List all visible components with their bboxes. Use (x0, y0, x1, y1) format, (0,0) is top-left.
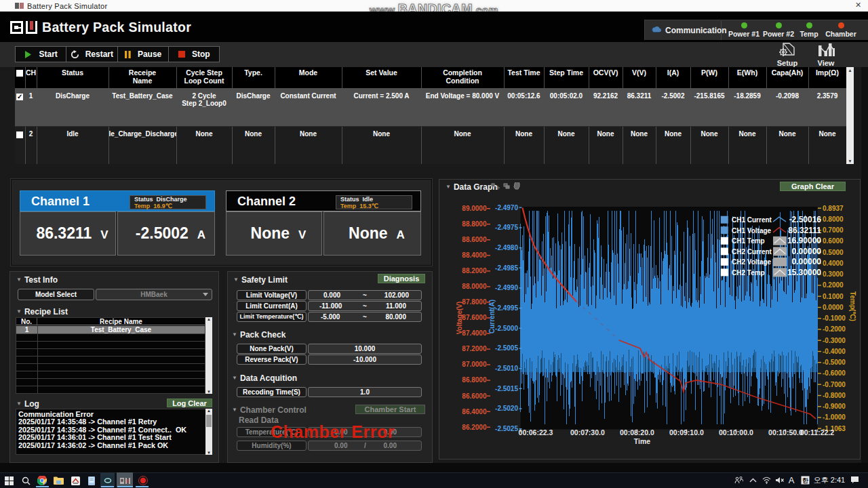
svg-text:-0.4000: -0.4000 (823, 348, 846, 355)
svg-text:00:11:22.2: 00:11:22.2 (800, 428, 834, 436)
svg-text:88.2000: 88.2000 (462, 267, 487, 274)
svg-text:-2.5020: -2.5020 (495, 405, 518, 412)
svg-text:0.4000: 0.4000 (823, 260, 844, 267)
svg-text:-2.4970: -2.4970 (495, 204, 518, 211)
svg-text:86.8000: 86.8000 (462, 376, 487, 384)
svg-text:Current(A): Current(A) (488, 300, 496, 333)
svg-text:0.1000: 0.1000 (823, 293, 844, 300)
svg-text:87.0000: 87.0000 (462, 361, 487, 368)
svg-text:Voltage(V): Voltage(V) (456, 302, 463, 335)
svg-text:-0.3000: -0.3000 (823, 337, 846, 344)
svg-text:0.8937: 0.8937 (823, 205, 844, 212)
svg-text:CH2 Current: CH2 Current (732, 248, 772, 256)
svg-text:한: 한 (802, 477, 808, 484)
svg-text:-2.5025: -2.5025 (495, 425, 518, 432)
svg-text:00:10:50.0: 00:10:50.0 (768, 428, 803, 436)
svg-text:CH2 Temp: CH2 Temp (732, 269, 765, 277)
svg-text:00:07:30.0: 00:07:30.0 (570, 428, 605, 436)
svg-text:CH2 Voltage: CH2 Voltage (732, 258, 772, 266)
svg-text:88.6000: 88.6000 (462, 236, 487, 243)
svg-text:00:08:20.0: 00:08:20.0 (620, 428, 654, 436)
svg-text:00:09:10.0: 00:09:10.0 (669, 428, 704, 436)
svg-text:-2.5010: -2.5010 (495, 365, 518, 372)
svg-text:-0.9000: -0.9000 (823, 403, 846, 410)
svg-text:-1.0000: -1.0000 (823, 413, 846, 421)
svg-text:0.6000: 0.6000 (823, 237, 844, 245)
svg-text:-2.4990: -2.4990 (495, 284, 518, 291)
svg-text:-2.4975: -2.4975 (495, 224, 518, 231)
svg-text:-0.7000: -0.7000 (823, 381, 846, 388)
svg-text:CH1 Voltage: CH1 Voltage (732, 227, 772, 235)
svg-text:00:06:22.3: 00:06:22.3 (519, 428, 553, 436)
svg-text:88.4000: 88.4000 (462, 251, 487, 259)
svg-text:87.8000: 87.8000 (462, 298, 487, 306)
svg-text:-0.1000: -0.1000 (823, 314, 846, 322)
svg-text:88.0000: 88.0000 (462, 283, 487, 290)
svg-text:-2.4995: -2.4995 (495, 304, 518, 312)
svg-text:0.5000: 0.5000 (823, 249, 844, 256)
svg-text:0.0000: 0.0000 (823, 304, 844, 311)
svg-text:-2.5000: -2.5000 (495, 325, 518, 332)
svg-text:CH1 Current: CH1 Current (732, 216, 772, 224)
svg-text:89.0000: 89.0000 (462, 205, 487, 212)
svg-text:-2.4980: -2.4980 (495, 244, 518, 251)
svg-text:0.3000: 0.3000 (823, 270, 844, 278)
svg-text:Time: Time (634, 437, 650, 445)
svg-text:0.00000: 0.00000 (792, 257, 822, 266)
svg-text:87.6000: 87.6000 (462, 314, 487, 321)
svg-text:0.7000: 0.7000 (823, 226, 844, 234)
svg-text:-0.8000: -0.8000 (823, 392, 846, 399)
svg-text:0.00000: 0.00000 (792, 247, 822, 256)
svg-text:87.2000: 87.2000 (462, 345, 487, 352)
svg-text:-0.2000: -0.2000 (823, 325, 846, 333)
svg-text:Temp(℃): Temp(℃) (849, 291, 856, 321)
svg-text:16.90000: 16.90000 (787, 236, 821, 245)
svg-text:00:10:00.0: 00:10:00.0 (719, 428, 753, 436)
svg-text:0.2000: 0.2000 (823, 281, 844, 289)
svg-text:87.4000: 87.4000 (462, 329, 487, 337)
svg-text:-2.4985: -2.4985 (495, 264, 518, 272)
svg-text:86.32111: 86.32111 (788, 226, 821, 235)
svg-text:86.4000: 86.4000 (462, 408, 487, 415)
svg-text:88.8000: 88.8000 (462, 220, 487, 228)
svg-text:-2.5005: -2.5005 (495, 344, 518, 352)
svg-text:CH1 Temp: CH1 Temp (732, 237, 765, 245)
svg-text:0.8000: 0.8000 (823, 216, 844, 223)
svg-text:15.30000: 15.30000 (787, 268, 821, 277)
svg-text:86.6000: 86.6000 (462, 392, 487, 400)
svg-text:-0.5000: -0.5000 (823, 359, 846, 366)
svg-text:86.2000: 86.2000 (462, 424, 487, 431)
svg-text:-2.50016: -2.50016 (789, 215, 822, 224)
svg-text:-0.6000: -0.6000 (823, 369, 846, 377)
svg-text:-2.5015: -2.5015 (495, 385, 518, 392)
